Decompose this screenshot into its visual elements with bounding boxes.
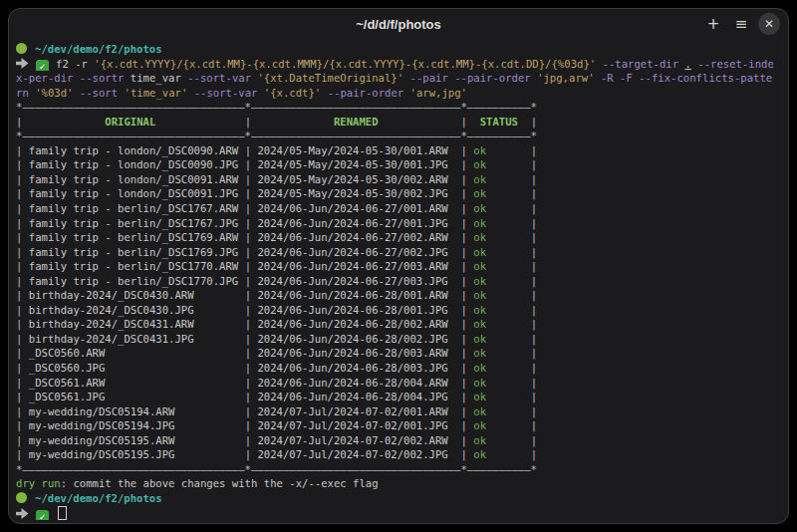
table-line: | family trip - berlin/_DSC1767.ARW | 20… [16,201,785,216]
rename-table: *———————————————————————————————————*———… [16,100,785,476]
prompt-path: ~/dev/demo/f2/photos [35,492,162,504]
command-text: rn '%03d' --sort 'time_var' --sort-var '… [16,87,467,99]
prompt-arrow-icon [16,508,29,521]
table-line: *———————————————————————————————————*———… [16,462,785,477]
success-checkmark-icon: ✓ [36,60,49,72]
table-line: | family trip - berlin/_DSC1770.ARW | 20… [16,259,785,274]
table-line: | my-wedding/DSC05194.ARW | 2024/07-Jul/… [16,404,785,419]
titlebar[interactable]: ~/d/d/f/photos + ≡ ✕ [9,9,788,39]
table-line: | family trip - london/_DSC0091.ARW | 20… [16,172,785,187]
prompt-line-2: ~/dev/demo/f2/photos [16,491,785,506]
table-line: | _DSC0560.ARW | 2024/06-Jun/2024-06-28/… [16,346,785,361]
prompt-arrow-icon [16,58,29,72]
prompt-status-circle-icon [16,492,27,503]
table-line: | family trip - london/_DSC0091.JPG | 20… [16,186,785,201]
table-line: | family trip - berlin/_DSC1770.JPG | 20… [16,274,785,289]
menu-button[interactable]: ≡ [730,13,752,35]
prompt-line-3: ✓ [16,506,785,521]
close-button[interactable]: ✕ [758,13,780,35]
prompt-path: ~/dev/demo/f2/photos [35,43,162,55]
table-line: | my-wedding/DSC05194.JPG | 2024/07-Jul/… [16,418,785,433]
new-tab-button[interactable]: + [702,13,724,35]
table-line: | _DSC0561.ARW | 2024/06-Jun/2024-06-28/… [16,376,785,391]
table-line: | birthday-2024/_DSC0430.ARW | 2024/06-J… [16,288,785,303]
table-line: | my-wedding/DSC05195.ARW | 2024/07-Jul/… [16,433,785,448]
table-line: | my-wedding/DSC05195.JPG | 2024/07-Jul/… [16,447,785,462]
table-line: | birthday-2024/_DSC0430.JPG | 2024/06-J… [16,303,785,318]
titlebar-controls: + ≡ ✕ [702,9,780,39]
table-line: | family trip - berlin/_DSC1767.JPG | 20… [16,216,785,231]
prompt-status-circle-icon [16,43,27,54]
command-line-1: ✓f2 -r '{x.cdt.YYYY}/{x.cdt.MM}-{x.cdt.M… [16,57,785,72]
terminal-cursor[interactable] [58,506,67,520]
command-line-2: x-per-dir --sortr time_var --sort-var '{… [16,71,785,86]
table-line: | _DSC0560.JPG | 2024/06-Jun/2024-06-28/… [16,361,785,376]
dry-run-message: : commit the above changes with the -x/-… [61,477,379,489]
table-line: *———————————————————————————————————*———… [16,100,785,115]
command-text: x-per-dir --sortr time_var --sort-var '{… [16,72,772,84]
success-checkmark-icon: ✓ [36,510,49,521]
table-line: | family trip - berlin/_DSC1769.JPG | 20… [16,245,785,260]
table-line: | family trip - london/_DSC0090.JPG | 20… [16,157,785,172]
table-line: | birthday-2024/_DSC0431.ARW | 2024/06-J… [16,317,785,332]
table-line: | ORIGINAL | RENAMED | STATUS | [16,115,785,130]
table-line: | family trip - berlin/_DSC1769.ARW | 20… [16,230,785,245]
window-title: ~/d/d/f/photos [356,17,441,32]
terminal-output[interactable]: ~/dev/demo/f2/photos ✓f2 -r '{x.cdt.YYYY… [9,39,788,523]
dry-run-label: dry run [16,477,61,489]
command-text: f2 -r '{x.cdt.YYYY}/{x.cdt.MM}-{x.cdt.MM… [56,58,774,70]
prompt-line-1: ~/dev/demo/f2/photos [16,42,785,57]
dry-run-line: dry run: commit the above changes with t… [16,476,785,491]
table-line: | birthday-2024/_DSC0431.JPG | 2024/06-J… [16,332,785,347]
table-line: | _DSC0561.JPG | 2024/06-Jun/2024-06-28/… [16,390,785,404]
table-line: | family trip - london/_DSC0090.ARW | 20… [16,143,785,158]
terminal-window: ~/d/d/f/photos + ≡ ✕ ~/dev/demo/f2/photo… [8,8,789,524]
command-line-3: rn '%03d' --sort 'time_var' --sort-var '… [16,86,785,101]
table-line: *———————————————————————————————————*———… [16,129,785,143]
